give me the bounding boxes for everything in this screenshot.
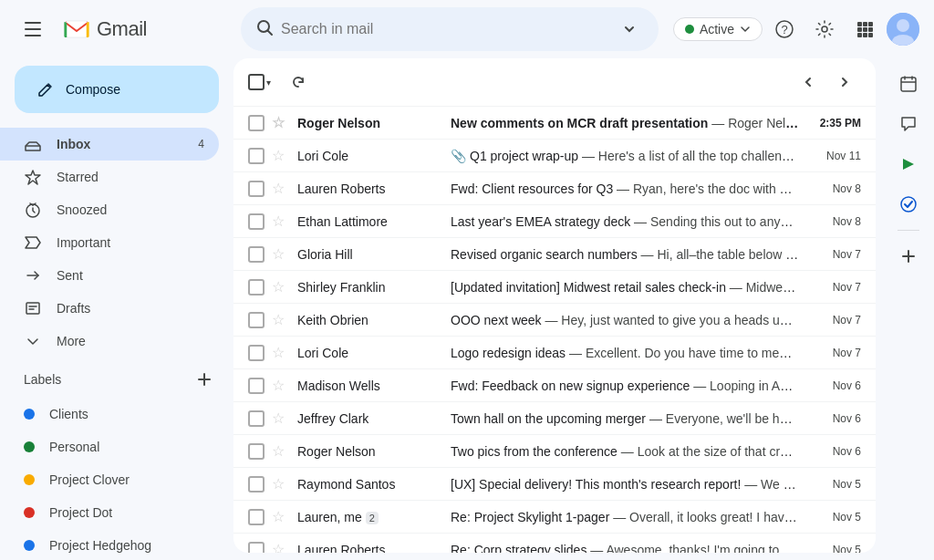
label-item-label: Project Clover <box>49 472 130 487</box>
table-row[interactable]: ☆ Lauren Roberts Re: Corp strategy slide… <box>234 534 876 553</box>
table-row[interactable]: ☆ Lauren, me2 Re: Project Skylight 1-pag… <box>234 501 876 534</box>
email-checkbox[interactable] <box>248 213 265 230</box>
right-panel-tasks-button[interactable] <box>890 186 927 223</box>
email-date: Nov 11 <box>806 150 861 162</box>
label-item-project-hedgehog[interactable]: Project Hedgehog <box>0 529 219 560</box>
search-bar[interactable] <box>241 7 659 51</box>
email-checkbox[interactable] <box>248 181 265 197</box>
email-subject: Re: Project Skylight 1-pager — Overall, … <box>451 510 799 524</box>
right-panel-calendar-button[interactable] <box>890 66 927 102</box>
compose-button[interactable]: Compose <box>15 66 219 113</box>
star-button[interactable]: ☆ <box>272 311 290 328</box>
label-item-project-clover[interactable]: Project Clover <box>0 463 219 496</box>
label-dot-icon <box>24 540 35 551</box>
table-row[interactable]: ☆ Lori Cole 📎Q1 project wrap-up — Here's… <box>234 140 876 172</box>
sidebar-item-sent[interactable]: Sent <box>0 259 219 292</box>
sidebar-item-starred[interactable]: Starred <box>0 161 219 193</box>
label-item-label: Project Dot <box>49 505 112 520</box>
table-row[interactable]: ☆ Gloria Hill Revised organic search num… <box>234 238 876 271</box>
labels-add-button[interactable] <box>190 365 219 394</box>
table-row[interactable]: ☆ Lori Cole Logo redesign ideas — Excell… <box>234 337 876 369</box>
menu-button[interactable] <box>15 11 51 47</box>
table-row[interactable]: ☆ Roger Nelson Two pics from the confere… <box>234 435 876 468</box>
prev-page-button[interactable] <box>792 66 825 99</box>
email-subject-text: Re: Project Skylight 1-pager <box>451 510 609 524</box>
email-checkbox[interactable] <box>248 279 265 296</box>
table-row[interactable]: ☆ Lauren Roberts Fwd: Client resources f… <box>234 172 876 205</box>
label-item-personal[interactable]: Personal <box>0 430 219 463</box>
email-checkbox[interactable] <box>248 246 265 263</box>
table-row[interactable]: ☆ Raymond Santos [UX] Special delivery! … <box>234 468 876 501</box>
label-item-project-dot[interactable]: Project Dot <box>0 496 219 529</box>
table-row[interactable]: ☆ Keith Obrien OOO next week — Hey, just… <box>234 304 876 337</box>
sidebar-item-label: Sent <box>57 268 204 283</box>
star-button[interactable]: ☆ <box>272 344 290 361</box>
help-button[interactable]: ? <box>766 11 803 47</box>
email-checkbox[interactable] <box>248 148 265 164</box>
attach-icon: 📎 <box>451 149 466 163</box>
table-row[interactable]: ☆ Ethan Lattimore Last year's EMEA strat… <box>234 205 876 238</box>
table-row[interactable]: ☆ Roger Nelson New comments on MCR draft… <box>234 107 876 140</box>
star-button[interactable]: ☆ <box>272 377 290 394</box>
next-page-button[interactable] <box>828 66 861 99</box>
avatar[interactable] <box>887 13 919 46</box>
email-checkbox[interactable] <box>248 509 265 525</box>
avatar-icon <box>887 13 919 46</box>
star-button[interactable]: ☆ <box>272 147 290 164</box>
email-checkbox[interactable] <box>248 312 265 328</box>
star-button[interactable]: ☆ <box>272 245 290 263</box>
label-item-clients[interactable]: Clients <box>0 398 219 430</box>
email-preview-text: — Sending this out to anyone who missed.… <box>630 214 799 229</box>
table-row[interactable]: ☆ Jeffrey Clark Town hall on the upcomin… <box>234 402 876 435</box>
apps-button[interactable] <box>846 11 883 47</box>
email-preview-text: — We have some exciting... <box>741 477 799 492</box>
email-preview-text: — Roger Nelson said what abou... <box>708 116 799 130</box>
email-checkbox[interactable] <box>248 378 265 394</box>
sidebar-item-drafts[interactable]: Drafts <box>0 292 219 325</box>
email-date: Nov 5 <box>806 478 861 491</box>
select-all-checkbox[interactable] <box>248 74 265 90</box>
star-button[interactable]: ☆ <box>272 278 290 296</box>
select-all-dropdown[interactable]: ▾ <box>266 78 271 88</box>
sidebar-item-inbox[interactable]: Inbox 4 <box>0 128 219 161</box>
refresh-button[interactable] <box>282 66 315 99</box>
star-button[interactable]: ☆ <box>272 442 290 460</box>
email-checkbox[interactable] <box>248 345 265 361</box>
email-preview-text: — Awesome, thanks! I'm going to use slid… <box>586 543 799 554</box>
label-dot-icon <box>24 474 35 485</box>
star-button[interactable]: ☆ <box>272 213 290 230</box>
gmail-logo: Gmail <box>60 13 147 46</box>
star-button[interactable]: ☆ <box>272 508 290 525</box>
sidebar-item-snoozed[interactable]: Snoozed <box>0 193 219 226</box>
star-button[interactable]: ☆ <box>272 541 290 553</box>
star-button[interactable]: ☆ <box>272 114 290 131</box>
star-button[interactable]: ☆ <box>272 180 290 197</box>
star-button[interactable]: ☆ <box>272 410 290 427</box>
star-button[interactable]: ☆ <box>272 475 290 493</box>
main-layout: Compose Inbox 4 Starred Snoozed Importan… <box>0 58 934 560</box>
settings-button[interactable] <box>806 11 843 47</box>
active-status-button[interactable]: Active <box>673 17 763 41</box>
email-subject-text: Revised organic search numbers <box>451 247 638 262</box>
right-panel-add-button[interactable] <box>890 238 927 275</box>
sidebar-item-more[interactable]: More <box>0 325 219 358</box>
right-panel-meet-button[interactable] <box>890 146 927 182</box>
email-checkbox[interactable] <box>248 410 265 427</box>
right-panel-chat-button[interactable] <box>890 106 927 142</box>
email-checkbox[interactable] <box>248 542 265 554</box>
email-preview-text: — Ryan, here's the doc with all the clie… <box>613 181 799 196</box>
search-input[interactable] <box>281 21 607 37</box>
sidebar: Compose Inbox 4 Starred Snoozed Importan… <box>0 58 234 560</box>
svg-rect-16 <box>863 33 867 37</box>
search-dropdown-button[interactable] <box>615 15 644 44</box>
sidebar-item-important[interactable]: Important <box>0 226 219 259</box>
compose-label: Compose <box>66 82 120 97</box>
email-checkbox[interactable] <box>248 443 265 460</box>
label-dot-icon <box>24 409 35 420</box>
email-sender: Lauren Roberts <box>297 181 443 196</box>
table-row[interactable]: ☆ Madison Wells Fwd: Feedback on new sig… <box>234 369 876 402</box>
email-checkbox[interactable] <box>248 115 265 131</box>
email-subject-text: [UX] Special delivery! This month's rese… <box>451 477 741 492</box>
table-row[interactable]: ☆ Shirley Franklin [Updated invitation] … <box>234 271 876 304</box>
email-checkbox[interactable] <box>248 476 265 493</box>
